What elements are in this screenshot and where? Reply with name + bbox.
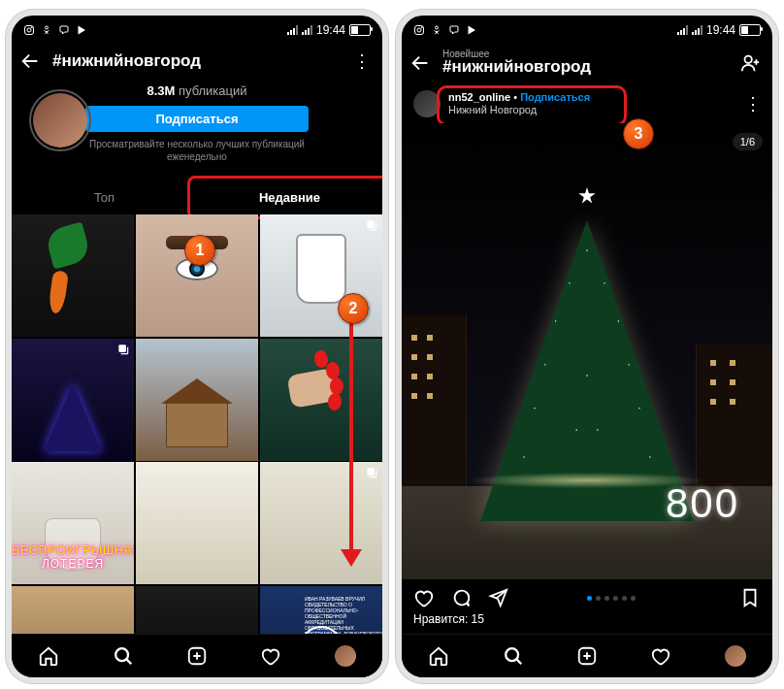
- nav-profile[interactable]: [335, 645, 356, 667]
- app-icon-ok: [431, 24, 442, 36]
- grid-item[interactable]: БЕСПРОИГРЫШНАЯ ЛОТЕРЕЯ: [12, 462, 134, 584]
- page-title: #нижнийновгород: [442, 57, 730, 77]
- posts-grid: БЕСПРОИГРЫШНАЯ ЛОТЕРЕЯ 1000 сортов чая с…: [12, 214, 382, 683]
- annotation-arrow-head: [341, 549, 362, 567]
- svg-point-14: [506, 648, 518, 661]
- signal-icon-2: [692, 25, 702, 35]
- app-icon-instagram: [23, 24, 35, 36]
- svg-point-7: [115, 648, 128, 661]
- status-time: 19:44: [316, 23, 345, 37]
- annotation-badge-1: 1: [184, 235, 215, 266]
- signal-icon: [287, 25, 298, 35]
- sign-800: 800: [666, 480, 739, 527]
- status-bar: 19:44: [402, 16, 772, 41]
- svg-point-13: [745, 55, 752, 62]
- svg-point-10: [417, 28, 421, 32]
- nav-activity[interactable]: [650, 645, 671, 667]
- back-button[interactable]: [17, 49, 43, 74]
- app-icon-play: [76, 24, 87, 36]
- post-image[interactable]: 800 1/6: [402, 123, 772, 579]
- phone-left: 19:44 #нижнийновгород ⋮ 8.3M публикаций …: [6, 10, 388, 683]
- svg-point-12: [436, 26, 439, 29]
- add-person-button[interactable]: [739, 52, 761, 74]
- signal-icon: [677, 25, 688, 35]
- save-button[interactable]: [739, 587, 761, 608]
- follow-hint: Просматривайте несколько лучших публикац…: [89, 138, 305, 163]
- grid-item[interactable]: [12, 339, 134, 461]
- app-icon-viber: [448, 24, 460, 36]
- status-bar: 19:44: [12, 16, 382, 41]
- signal-icon-2: [302, 25, 312, 35]
- post-location[interactable]: Нижний Новгород: [448, 104, 590, 116]
- app-icon-viber: [58, 24, 70, 36]
- comment-button[interactable]: [450, 587, 472, 608]
- header-bar: #нижнийновгород ⋮: [12, 41, 382, 82]
- grid-item[interactable]: [260, 339, 382, 461]
- post-count: 8.3M публикаций: [147, 83, 246, 98]
- tree-star-icon: [578, 187, 596, 205]
- annotation-arrow: [349, 316, 353, 555]
- separator: •: [510, 91, 520, 103]
- annotation-badge-3: 3: [623, 118, 654, 149]
- back-button[interactable]: [408, 50, 433, 76]
- hashtag-avatar[interactable]: [29, 89, 91, 151]
- grid-item[interactable]: [136, 462, 258, 584]
- nav-search[interactable]: [113, 645, 134, 667]
- page-title: #нижнийновгород: [52, 51, 342, 71]
- post-follow-link[interactable]: Подписаться: [520, 91, 590, 103]
- svg-rect-5: [118, 344, 126, 352]
- header-bar: Новейшее #нижнийновгород: [402, 41, 772, 84]
- nav-profile[interactable]: [725, 645, 746, 667]
- nav-home[interactable]: [428, 645, 449, 667]
- svg-point-11: [421, 27, 422, 28]
- likes-count[interactable]: Нравится: 15: [402, 612, 772, 632]
- carousel-counter: 1/6: [733, 133, 763, 150]
- app-icon-play: [466, 24, 477, 36]
- nav-activity[interactable]: [260, 645, 281, 667]
- post-more-button[interactable]: ⋮: [744, 102, 761, 106]
- grid-item[interactable]: [136, 214, 258, 337]
- grid-item[interactable]: [12, 214, 134, 337]
- grid-item[interactable]: [136, 339, 258, 461]
- carousel-pager: [587, 596, 636, 601]
- svg-point-3: [46, 26, 49, 29]
- carousel-icon: [365, 466, 378, 479]
- bottom-nav: [12, 634, 382, 677]
- post-author-avatar[interactable]: [413, 90, 441, 117]
- post-username[interactable]: nn52_online: [448, 91, 510, 103]
- bottom-nav: [402, 634, 772, 677]
- svg-point-1: [27, 28, 31, 32]
- svg-point-2: [31, 27, 32, 28]
- grid-item[interactable]: [260, 462, 382, 584]
- nav-home[interactable]: [38, 645, 59, 667]
- svg-rect-4: [367, 220, 375, 228]
- carousel-icon: [365, 218, 378, 232]
- share-button[interactable]: [487, 587, 508, 608]
- svg-rect-6: [367, 468, 375, 476]
- nav-search[interactable]: [503, 645, 524, 667]
- app-icon-instagram: [413, 24, 425, 36]
- battery-icon: [739, 24, 761, 36]
- more-button[interactable]: ⋮: [351, 59, 371, 63]
- tab-recent[interactable]: Недавние: [197, 180, 382, 214]
- status-time: 19:44: [706, 23, 735, 37]
- like-button[interactable]: [413, 587, 435, 608]
- app-icon-ok: [41, 24, 52, 36]
- nav-new-post[interactable]: [576, 645, 598, 667]
- tab-top[interactable]: Топ: [12, 180, 197, 214]
- tabs: Топ Недавние: [12, 180, 382, 214]
- post-action-bar: [402, 579, 772, 612]
- phone-right: 19:44 Новейшее #нижнийновгород: [396, 10, 778, 683]
- annotation-badge-2: 2: [338, 293, 369, 324]
- hashtag-profile: 8.3M публикаций Подписаться Просматривай…: [12, 82, 382, 173]
- follow-button[interactable]: Подписаться: [85, 106, 309, 132]
- post-header: nn52_online • Подписаться Нижний Новгоро…: [402, 84, 772, 123]
- carousel-icon: [116, 343, 130, 356]
- nav-new-post[interactable]: [186, 645, 208, 667]
- battery-icon: [349, 24, 371, 36]
